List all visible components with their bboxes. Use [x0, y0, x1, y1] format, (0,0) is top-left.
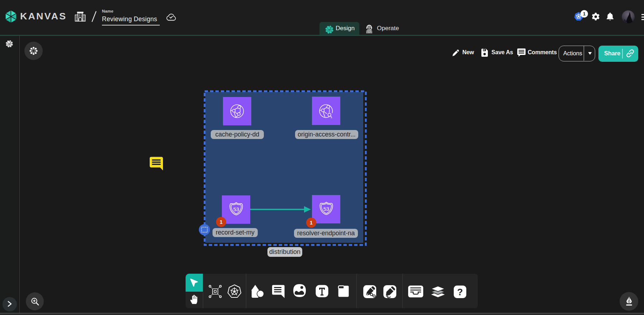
svg-text:?: ?	[457, 287, 463, 297]
svg-text:53: 53	[323, 206, 329, 212]
svg-text:53: 53	[233, 207, 239, 212]
